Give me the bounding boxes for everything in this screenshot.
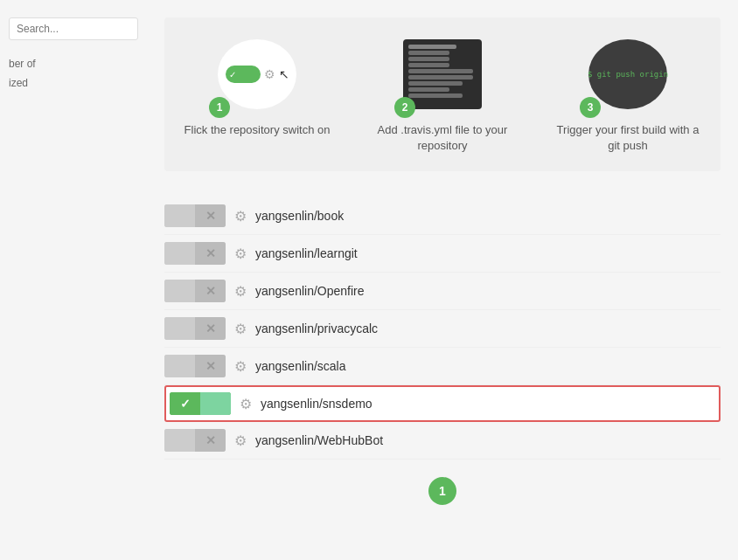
toggle-x-icon: ✕ [205, 359, 216, 373]
code-line [408, 63, 449, 67]
repo-name: yangsenlin/privacycalc [255, 321, 721, 335]
code-line [408, 93, 463, 98]
toggle-right: ✕ [195, 317, 226, 340]
table-row: ✕ ⚙ yangsenlin/learngit [164, 235, 721, 273]
toggle-right: ✕ [195, 204, 226, 227]
toggle-right: ✕ [195, 429, 226, 452]
toggle-right: ✕ [195, 355, 226, 377]
toggle-x-icon: ✕ [205, 433, 216, 447]
sidebar-filter-label2: ized [9, 77, 138, 89]
repository-list: ✕ ⚙ yangsenlin/book ✕ ⚙ yangsenlin/learn… [164, 197, 721, 460]
toggle-left [164, 429, 195, 452]
step-3: $ git push origin 3 Trigger your first b… [553, 35, 703, 154]
code-line [408, 69, 473, 73]
toggle-right: ✕ [195, 280, 226, 302]
check-icon: ✓ [180, 397, 191, 411]
settings-icon[interactable]: ⚙ [240, 396, 252, 412]
toggle-check-area: ✓ [170, 392, 200, 415]
getting-started-banner: ⚙ ↖ 1 Flick the repository switch on [164, 17, 721, 171]
code-line [408, 45, 456, 49]
step1-image: ⚙ ↖ [218, 39, 296, 109]
settings-icon[interactable]: ⚙ [234, 432, 247, 449]
step-1: ⚙ ↖ 1 Flick the repository switch on [182, 35, 332, 138]
repo-toggle[interactable]: ✕ [164, 242, 226, 265]
settings-icon[interactable]: ⚙ [234, 321, 247, 337]
toggle-right: ✕ [195, 242, 226, 265]
code-line [408, 57, 449, 61]
step2-image [403, 39, 482, 109]
step-number-1: 1 [209, 97, 230, 118]
step-number-2: 2 [394, 97, 415, 118]
repo-name: yangsenlin/Openfire [255, 284, 721, 298]
table-row: ✕ ⚙ yangsenlin/scala [164, 348, 721, 385]
table-row: ✕ ⚙ yangsenlin/WebHubBot [164, 422, 721, 460]
toggle-x-icon: ✕ [205, 246, 216, 260]
repo-name: yangsenlin/book [255, 209, 721, 223]
step-number-3: 3 [580, 97, 601, 118]
repo-toggle[interactable]: ✕ [164, 429, 226, 452]
sidebar-filter-label: ber of [9, 58, 138, 70]
table-row: ✕ ⚙ yangsenlin/Openfire [164, 273, 721, 310]
demo-gear-icon: ⚙ [264, 67, 275, 81]
repo-toggle-active[interactable]: ✓ [170, 392, 231, 415]
code-line [408, 87, 449, 92]
settings-icon[interactable]: ⚙ [234, 283, 247, 300]
page-button-1[interactable]: 1 [428, 477, 456, 505]
repo-toggle[interactable]: ✕ [164, 317, 226, 340]
repo-name: yangsenlin/snsdemo [261, 397, 715, 411]
repo-name: yangsenlin/WebHubBot [255, 433, 721, 447]
toggle-left [164, 280, 195, 302]
code-line [408, 51, 449, 55]
code-line [408, 81, 463, 86]
sidebar: ber of ized [0, 0, 147, 560]
toggle-left [164, 317, 195, 340]
toggle-x-icon: ✕ [205, 209, 216, 223]
settings-icon[interactable]: ⚙ [234, 208, 247, 225]
step1-label: Flick the repository switch on [184, 122, 331, 138]
step-2: 2 Add .travis.yml file to your repositor… [367, 35, 518, 154]
repo-toggle[interactable]: ✕ [164, 355, 226, 377]
repo-toggle[interactable]: ✕ [164, 280, 226, 302]
main-content: ⚙ ↖ 1 Flick the repository switch on [147, 0, 738, 560]
demo-toggle [226, 66, 261, 83]
table-row: ✕ ⚙ yangsenlin/privacycalc [164, 310, 721, 348]
step3-label: Trigger your first build with a git push [553, 122, 703, 154]
step3-image: $ git push origin [588, 39, 667, 109]
table-row: ✕ ⚙ yangsenlin/book [164, 197, 721, 235]
repo-toggle[interactable]: ✕ [164, 204, 226, 227]
repo-name: yangsenlin/learngit [255, 246, 721, 260]
repo-name: yangsenlin/scala [255, 359, 721, 373]
toggle-left [164, 204, 195, 227]
toggle-left [164, 242, 195, 265]
settings-icon[interactable]: ⚙ [234, 245, 247, 262]
toggle-x-icon: ✕ [205, 321, 216, 335]
toggle-right-active [200, 392, 231, 415]
table-row-highlighted: ✓ ⚙ yangsenlin/snsdemo [164, 385, 721, 422]
git-command: $ git push origin [588, 70, 668, 79]
code-line [408, 75, 473, 80]
pagination: 1 [164, 477, 721, 522]
toggle-x-icon: ✕ [205, 284, 216, 298]
step2-label: Add .travis.yml file to your repository [367, 122, 518, 154]
demo-cursor-icon: ↖ [279, 67, 289, 81]
search-input[interactable] [9, 17, 138, 40]
toggle-left [164, 355, 195, 377]
settings-icon[interactable]: ⚙ [234, 358, 247, 375]
